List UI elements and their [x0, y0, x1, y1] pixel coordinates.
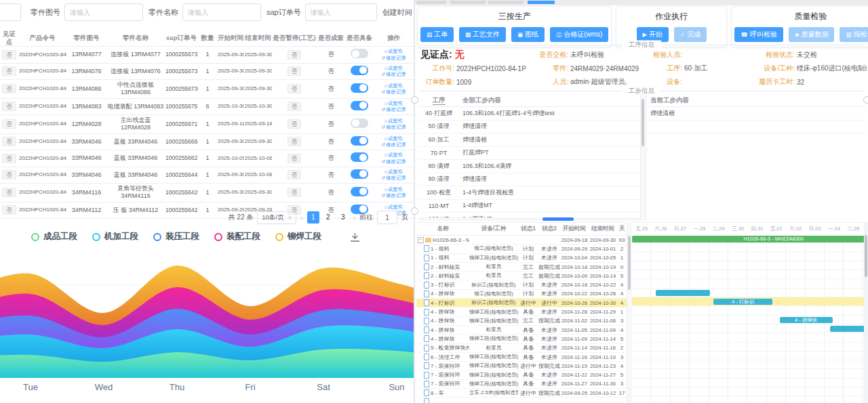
column-header: 是否成套	[317, 33, 345, 43]
prev-page-button[interactable]: ‹	[300, 214, 302, 221]
legend-item-3[interactable]: 装压工段	[153, 231, 199, 242]
tab-stub[interactable]	[416, 1, 446, 4]
splitter-handle[interactable]	[411, 96, 418, 104]
gantt-row[interactable]: 2 - 材料核实检查员完工超期完成2024-10-092024-10-145	[416, 272, 627, 280]
completeness-link[interactable]: ⌂成套性	[376, 135, 412, 142]
modify-record-link[interactable]: ↺修改记录	[376, 142, 412, 148]
gantt-table-scrollbar-thumb[interactable]	[628, 236, 631, 290]
sap-order-input[interactable]	[305, 3, 377, 21]
gantt-row[interactable]: 4 - 拼焊块铆工(核电制造部)计划未进序2024-10-222024-10-2…	[416, 290, 627, 299]
page-size-select[interactable]: 10条/页∨	[257, 211, 296, 224]
completeness-link[interactable]: ⌂成套性	[376, 169, 412, 175]
process-row[interactable]: 40·打底焊106.3和106.4打底焊1-4号焊缝test	[419, 107, 640, 121]
modify-record-link[interactable]: ↺修改记录	[376, 55, 412, 62]
ready-toggle[interactable]	[351, 169, 368, 179]
gantt-row[interactable]: 4 - 打标识标识工(核电制造部)进行中进行中2024-10-262024-10…	[416, 299, 627, 307]
modify-record-link[interactable]: ↺修改记录	[376, 71, 412, 78]
page-button-2[interactable]: 2	[322, 211, 334, 224]
completeness-link[interactable]: ⌂成套性	[376, 83, 412, 89]
process-row[interactable]: 100·检查1-4号焊缝目视检查	[419, 186, 640, 200]
ready-toggle[interactable]	[351, 83, 368, 93]
page-button-1[interactable]: 1	[307, 211, 319, 224]
工艺文件-button[interactable]: ▦工艺文件	[459, 27, 506, 42]
goto-page-input[interactable]	[377, 211, 397, 224]
呼叫检验-button[interactable]: ☎呼叫检验	[734, 27, 783, 42]
图纸-button[interactable]: ▣图纸	[511, 27, 545, 42]
legend-item-5[interactable]: 铆焊工段	[275, 231, 321, 242]
ready-toggle[interactable]	[351, 136, 368, 146]
completeness-link[interactable]: ⌂成套性	[376, 118, 412, 125]
ready-toggle[interactable]	[351, 101, 368, 110]
modify-record-link[interactable]: ↺修改记录	[376, 89, 412, 96]
completeness-link[interactable]: ⌂成套性	[376, 65, 412, 72]
page-button-3[interactable]: 3	[337, 211, 349, 224]
gantt-row[interactable]: 6 - 清理工件铆焊工段(核电制造部)具备未进序2024-11-162024-1…	[416, 353, 627, 362]
gantt-bar[interactable]	[656, 290, 710, 296]
gantt-row[interactable]: 5 - 检查拼焊块外径检查员具备未进序2024-11-142024-11-162	[416, 344, 627, 353]
next-page-button[interactable]: ›	[353, 214, 355, 221]
gantt-row[interactable]: 3 - 打标识标识工(核电制造部)计划未进序2024-10-182024-10-…	[416, 280, 627, 289]
process-row[interactable]: 70·PT打底焊PT	[419, 147, 640, 161]
gantt-row[interactable]: 4 - 拼焊块检查员具备未进序2024-11-052024-11-094	[416, 326, 627, 335]
gantt-bar[interactable]	[830, 326, 868, 332]
ready-toggle[interactable]	[351, 152, 368, 162]
gantt-row[interactable]: 4 - 拼焊块铆焊工段(核电制造部)具备未进序2024-11-092024-11…	[416, 335, 627, 343]
legend-item-2[interactable]: 机加工段	[92, 231, 138, 242]
completeness-link[interactable]: ⌂成套性	[376, 186, 412, 193]
ready-toggle[interactable]	[351, 66, 368, 75]
ready-toggle[interactable]	[351, 187, 368, 196]
gantt-row[interactable]: 7 - 装保持环铆焊工段(核电制造部)进行中按期完成2024-11-192024…	[416, 362, 627, 370]
gantt-row[interactable]: 7 - 装保持环铆焊工段(核电制造部)具备未进序2024-11-222024-1…	[416, 370, 627, 379]
process-column-header[interactable]: 工序	[419, 96, 458, 105]
modify-record-link[interactable]: ↺修改记录	[376, 158, 412, 165]
gantt-bar[interactable]: H1026-66-3 - MHZZA8300	[632, 236, 868, 242]
gantt-row[interactable]: 2 - 材料核实检查员完工超期完成2024-10-182024-10-190	[416, 263, 627, 272]
clipped-filter-input[interactable]	[0, 3, 21, 21]
vertical-scrollbar-thumb[interactable]	[642, 99, 644, 146]
质量数据-button[interactable]: ◈质量数据	[789, 27, 835, 42]
tab-stub[interactable]	[488, 1, 524, 4]
modify-record-link[interactable]: ↺修改记录	[376, 175, 412, 182]
part-drawing-no-input[interactable]	[64, 3, 143, 21]
completeness-link[interactable]: ⌂成套性	[376, 152, 412, 158]
gantt-row[interactable]: 4 - 拼焊块铆焊工段(核电制造部)完工按期完成2024-11-022024-1…	[416, 317, 627, 326]
process-row[interactable]: 80·满焊106.3和106.4满焊	[419, 160, 640, 173]
gantt-row[interactable]: 1 - 领料铆焊工段(核电制造部)计划未进序2024-10-042024-10-…	[416, 254, 627, 263]
gantt-vertical-scrollbar-thumb[interactable]	[865, 235, 867, 277]
完成-button[interactable]: ✓完成	[674, 27, 707, 42]
process-row[interactable]: 60·加工焊缝清根	[419, 133, 640, 147]
horizontal-scrollbar-thumb[interactable]	[542, 217, 574, 221]
process-row[interactable]: 110·MT1-4焊缝MT	[419, 200, 640, 213]
报检记录-button[interactable]: ▤报检记录	[840, 27, 868, 42]
completeness-link[interactable]: ⌂成套性	[376, 100, 412, 107]
legend-item-1[interactable]: 成品工段	[31, 231, 77, 242]
gantt-row[interactable]: 7 - 装保持环铆焊工段(核电制造部)具备未进序2024-11-272024-1…	[416, 380, 627, 389]
tab-stub[interactable]	[450, 1, 486, 4]
splitter-handle[interactable]	[411, 207, 418, 215]
tab-stub-active[interactable]	[528, 1, 555, 4]
completeness-link[interactable]: ⌂成套性	[376, 48, 412, 55]
task-name-text: 7 - 装保持环	[431, 380, 460, 387]
gantt-row[interactable]	[416, 398, 627, 403]
gantt-row[interactable]: 1 - 领料铆工(核电制造部)计划未进序2024-09-292024-10-01…	[416, 245, 627, 253]
工单-button[interactable]: ▤工单	[420, 27, 454, 42]
gantt-row[interactable]: −H1026-66-3 - MHZZA83002024-09-182024-09…	[416, 236, 627, 245]
gantt-bar[interactable]: 4 - 打标识	[713, 299, 772, 305]
process-row[interactable]: 90·清理焊缝清理	[419, 173, 640, 187]
modify-record-link[interactable]: ↺修改记录	[376, 124, 412, 131]
legend-item-4[interactable]: 装配工段	[214, 231, 260, 242]
ready-toggle[interactable]	[351, 119, 368, 128]
download-icon[interactable]	[350, 232, 360, 245]
splitter-handle[interactable]	[863, 96, 868, 104]
process-row[interactable]: 50·清理焊缝清理	[419, 121, 640, 134]
ready-toggle[interactable]	[351, 49, 368, 58]
modify-record-link[interactable]: ↺修改记录	[376, 192, 412, 199]
modify-record-link[interactable]: ↺修改记录	[376, 106, 412, 113]
gantt-row[interactable]: 4 - 拼焊块铆焊工段(核电制造部)具备未进序2024-11-282024-11…	[416, 307, 627, 316]
part-name-input[interactable]	[182, 3, 261, 21]
collapse-icon[interactable]: −	[418, 237, 424, 243]
completeness-link[interactable]: ⌂成套性	[376, 204, 412, 211]
gantt-bar[interactable]: 4 - 拼焊块	[780, 317, 833, 323]
gantt-row[interactable]: 8 - 车立车-2.5米(核电制造部)进行中按期完成2024-09-252024…	[416, 389, 627, 398]
合格证(wms)-button[interactable]: ◫合格证(wms)	[550, 27, 608, 42]
